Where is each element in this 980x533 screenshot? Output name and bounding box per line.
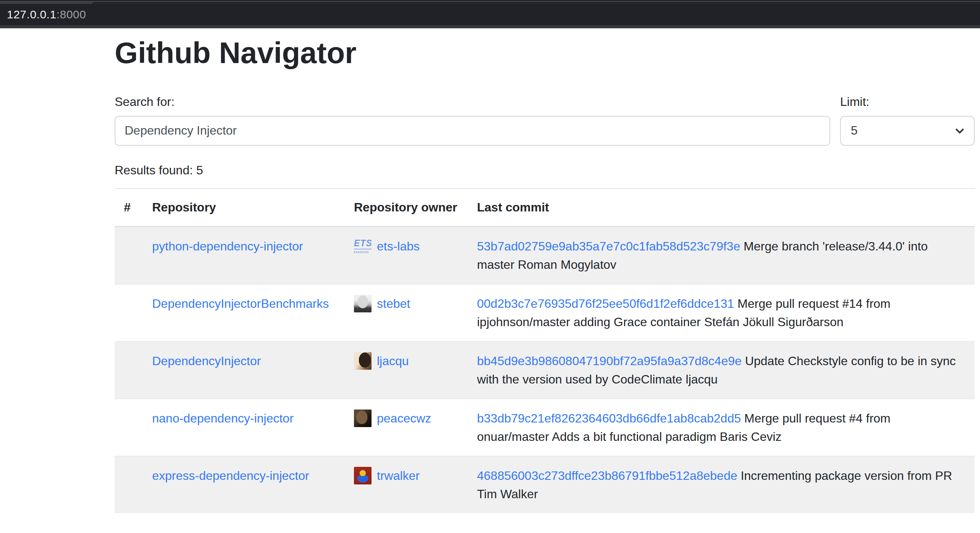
url-text: 127.0.0.1:8000 [7,8,86,21]
owner-link[interactable]: peacecwz [377,409,431,427]
owner-link[interactable]: ljacqu [377,352,409,370]
row-number [115,226,143,284]
browser-tab-strip [0,0,980,4]
url-port: :8000 [57,8,86,21]
row-number [115,399,143,456]
browser-address-bar[interactable]: 127.0.0.1:8000 [0,4,980,25]
row-number [115,341,143,399]
commit-hash-link[interactable]: 00d2b3c7e76935d76f25ee50f6d1f2ef6ddce131 [477,297,734,310]
header-number: # [115,188,143,227]
results-count: Results found: 5 [115,163,975,177]
chevron-down-icon [953,124,966,137]
commit-hash-link[interactable]: 53b7ad02759e9ab35a7e7c0c1fab58d523c79f3e [477,239,740,253]
search-input[interactable] [115,116,830,146]
owner-avatar-ets-labs-logo: ETS [354,237,372,255]
browser-toolbar-edge [0,25,980,28]
search-form: Search for: Limit: 5 [115,95,975,146]
search-label: Search for: [115,95,830,109]
table-header-row: # Repository Repository owner Last commi… [115,188,975,227]
limit-select[interactable]: 5 [840,116,975,146]
owner-avatar-stebet-photo [354,295,372,312]
header-repository-owner: Repository owner [345,188,468,227]
browser-active-tab[interactable] [92,2,980,5]
repository-link[interactable]: DependencyInjector [152,354,261,368]
header-last-commit: Last commit [468,188,975,227]
repository-link[interactable]: python-dependency-injector [152,239,303,253]
commit-hash-link[interactable]: 468856003c273dffce23b86791fbbe512a8ebede [477,469,737,483]
owner-link[interactable]: stebet [377,294,410,313]
ets-logo-text: ETS [354,239,372,250]
commit-hash-link[interactable]: b33db79c21ef8262364603db66dfe1ab8cab2dd5 [477,411,741,425]
owner-link[interactable]: ets-labs [377,237,420,255]
owner-avatar-ljacqu-photo [354,352,372,370]
owner-link[interactable]: trwalker [377,466,420,485]
row-number [115,456,143,513]
table-row: DependencyInjectorljacqubb45d9e3b9860804… [115,341,975,399]
url-host: 127.0.0.1 [7,8,57,21]
ets-logo-subtext [354,251,369,253]
row-number [115,284,143,341]
limit-column: Limit: 5 [840,95,975,146]
search-column: Search for: [115,95,830,146]
owner-avatar-peacecwz-photo [354,410,372,427]
repository-link[interactable]: express-dependency-injector [152,469,309,483]
table-row: nano-dependency-injectorpeacecwzb33db79c… [115,399,975,456]
repository-link[interactable]: DependencyInjectorBenchmarks [152,297,329,310]
page-content: Github Navigator Search for: Limit: 5 Re… [115,36,975,513]
limit-selected-value: 5 [851,123,858,138]
owner-avatar-trwalker-photo [354,467,372,484]
repositories-table: # Repository Repository owner Last commi… [115,188,975,513]
table-row: express-dependency-injectortrwalker46885… [115,456,975,513]
browser-chrome: 127.0.0.1:8000 [0,0,980,28]
limit-label: Limit: [840,95,975,109]
page-title: Github Navigator [115,36,975,70]
table-row: DependencyInjectorBenchmarksstebet00d2b3… [115,284,975,341]
commit-hash-link[interactable]: bb45d9e3b98608047190bf72a95fa9a37d8c4e9e [477,354,741,368]
table-row: python-dependency-injectorETSets-labs53b… [115,226,975,284]
repository-link[interactable]: nano-dependency-injector [152,411,294,425]
header-repository: Repository [143,188,345,227]
